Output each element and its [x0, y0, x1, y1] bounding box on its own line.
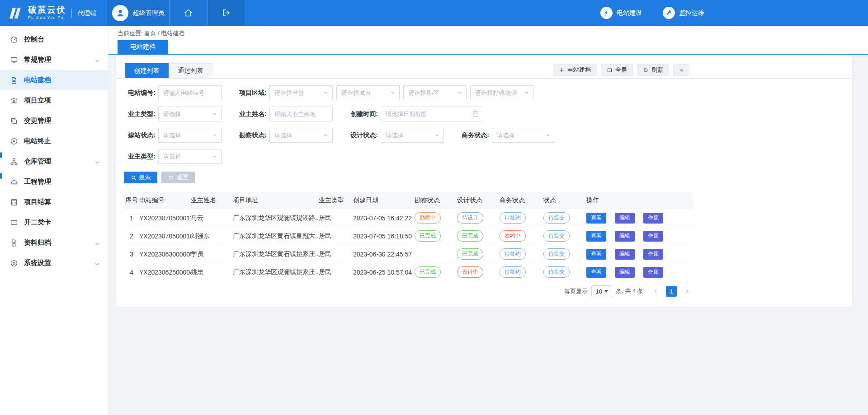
add-station-button[interactable]: 电站建档 [553, 64, 597, 76]
void-button[interactable]: 作废 [643, 213, 663, 224]
survey-status-select[interactable]: 请选择 [269, 128, 333, 143]
design-status-select[interactable]: 请选择 [381, 128, 444, 143]
sidebar-item-project-initiation[interactable]: 项目立项 [0, 90, 108, 111]
owner-name-label: 业主姓名: [235, 110, 267, 118]
total-count-label: 条, 共 4 条 [616, 287, 643, 295]
edit-button[interactable]: 编辑 [615, 231, 635, 242]
page-1-button[interactable]: 1 [666, 286, 677, 297]
city-select[interactable]: 请选择城市 [336, 85, 400, 100]
nav-label: 电站建设 [617, 9, 642, 17]
table-row: 2 YX2023070500010 刘强东 广东深圳龙华区黄石镇皇冠大... 居… [124, 227, 693, 245]
sidebar-item-label: 资料归档 [24, 238, 94, 247]
sidebar-item-station-filing[interactable]: 电站建档 [0, 70, 108, 90]
filter-design-status: 设计状态: 请选择 [346, 128, 444, 143]
view-button[interactable]: 查看 [586, 249, 606, 260]
logout-icon [222, 8, 231, 18]
edit-button[interactable]: 编辑 [615, 249, 635, 260]
column-header: 创建日期 [353, 196, 415, 205]
next-page-button[interactable] [681, 285, 693, 297]
cell-station-no: YX2023070500010 [139, 233, 191, 240]
filter-station-no: 电站编号: [124, 85, 222, 100]
county-select[interactable]: 请选择县/区 [403, 85, 467, 100]
tab-create-list[interactable]: 创建列表 [125, 63, 169, 78]
owner-type2-placeholder: 请选择 [163, 153, 181, 161]
business-status-badge: 签约中 [500, 230, 526, 242]
column-header: 电站编号 [139, 196, 191, 205]
view-button[interactable]: 查看 [586, 231, 606, 242]
list-tabs: 创建列表 通过列表 [125, 63, 212, 78]
date-range-input[interactable] [381, 107, 483, 121]
county-placeholder: 请选择县/区 [408, 89, 439, 97]
prev-page-button[interactable] [650, 285, 661, 297]
sidebar-item-station-termination[interactable]: 电站终止 [0, 131, 108, 151]
view-button[interactable]: 查看 [586, 213, 606, 224]
user-menu[interactable]: 超级管理员 [107, 0, 169, 26]
sidebar-item-data-archive[interactable]: 资料归档 [0, 233, 108, 253]
void-button[interactable]: 作废 [643, 267, 663, 278]
logout-button[interactable] [207, 0, 245, 26]
town-select[interactable]: 请选择村镇/街道 [470, 85, 533, 100]
chevron-down-icon [212, 154, 217, 159]
add-station-label: 电站建档 [567, 66, 591, 74]
business-status-select[interactable]: 请选择 [492, 128, 555, 143]
survey-status-badge: 已完成 [415, 266, 441, 278]
sidebar-item-console[interactable]: 控制台 [0, 29, 108, 50]
cell-address: 广东深圳龙华区黄石镇皇冠大... [233, 232, 319, 240]
tab-passed-list[interactable]: 通过列表 [169, 63, 212, 78]
breadcrumb-home-link[interactable]: 首页 [144, 30, 156, 37]
column-header: 勘察状态 [415, 196, 457, 205]
logo-icon [6, 6, 24, 20]
status-badge: 待提交 [543, 248, 570, 260]
sidebar-item-warehouse-management[interactable]: 仓库管理 [0, 151, 108, 172]
build-status-select[interactable]: 请选择 [158, 128, 222, 143]
void-button[interactable]: 作废 [643, 249, 663, 260]
table-row: 3 YX2023063000009 学员 广东深圳龙华区黄石镇姚家庄... 居民… [124, 245, 693, 263]
card-icon [10, 219, 18, 227]
column-header: 状态 [543, 196, 586, 205]
survey-status-badge: 勘察中 [415, 212, 441, 224]
toolbar-more-button[interactable] [673, 64, 689, 76]
fullscreen-button[interactable]: 全屏 [601, 64, 633, 76]
sidebar-item-system-settings[interactable]: 系统设置 [0, 253, 108, 273]
filter-row: 业主类型: 请选择 业主姓名: 创建时间: [124, 107, 852, 121]
column-header: 业主姓名 [191, 196, 233, 205]
station-no-input[interactable] [158, 85, 222, 100]
design-status-placeholder: 请选择 [386, 131, 403, 140]
breadcrumb-current: 电站建档 [161, 30, 184, 37]
filter-create-time: 创建时间: [346, 107, 483, 121]
view-button[interactable]: 查看 [586, 267, 606, 278]
owner-type-label: 业主类型: [124, 110, 156, 118]
edit-button[interactable]: 编辑 [615, 267, 635, 278]
sidebar-item-project-settlement[interactable]: 项目结算 [0, 192, 108, 212]
sidebar-item-engineering-management[interactable]: 工程管理 [0, 172, 108, 192]
province-select[interactable]: 请选择省份 [269, 85, 333, 100]
filter-row: 建站状态: 请选择 勘察状态: 请选择 设计状态: 请选择 商务状态: [124, 128, 852, 143]
home-button[interactable] [169, 0, 207, 26]
chevron-down-icon [457, 90, 462, 95]
cell-created: 2023-06-30 22:45:57 [353, 251, 415, 258]
sidebar-item-label: 仓库管理 [24, 157, 94, 166]
portal-label: 代理端 [71, 9, 96, 18]
reset-icon [168, 175, 174, 181]
nav-monitor-ops[interactable]: 监控运维 [663, 7, 704, 19]
page-size-select[interactable]: 10 [591, 285, 612, 297]
user-name: 超级管理员 [133, 9, 165, 17]
owner-name-input[interactable] [269, 107, 333, 121]
owner-type2-select[interactable]: 请选择 [158, 149, 222, 164]
edit-button[interactable]: 编辑 [615, 213, 635, 224]
sidebar-item-open-type2-card[interactable]: 开二类卡 [0, 212, 108, 233]
void-button[interactable]: 作废 [643, 231, 663, 242]
filter-row: 业主类型: 请选择 [124, 149, 852, 164]
station-no-label: 电站编号: [124, 89, 156, 97]
search-button[interactable]: 搜索 [124, 172, 157, 183]
reset-button[interactable]: 重置 [161, 172, 195, 183]
sidebar-item-general-management[interactable]: 常规管理 [0, 50, 108, 70]
station-filing-panel: 创建列表 通过列表 电站建档 全屏 [116, 55, 852, 307]
owner-type-select[interactable]: 请选择 [158, 107, 222, 121]
page-tab-station-filing[interactable]: 电站建档 [118, 40, 168, 54]
reset-label: 重置 [177, 173, 189, 182]
survey-status-badge: 已完成 [415, 230, 441, 242]
sidebar-item-change-management[interactable]: 变更管理 [0, 111, 108, 131]
refresh-button[interactable]: 刷新 [637, 64, 669, 76]
nav-station-construction[interactable]: 电站建设 [600, 7, 642, 19]
